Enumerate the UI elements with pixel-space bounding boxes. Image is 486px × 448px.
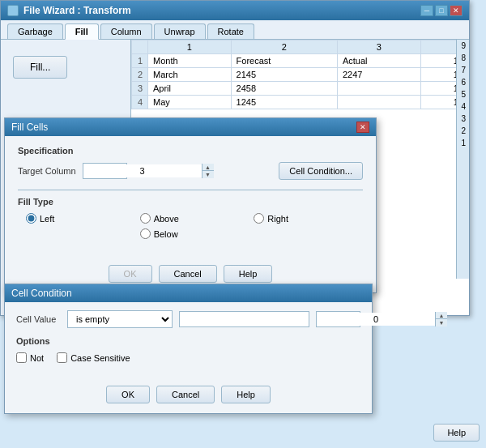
specification-row: Target Column ▲ ▼ Cell Condition... <box>18 162 363 180</box>
row-num-3: 3 <box>132 82 148 96</box>
main-window-title: File Wizard : Transform <box>23 5 131 16</box>
tab-column[interactable]: Column <box>100 23 152 39</box>
tab-rotate[interactable]: Rotate <box>207 23 254 39</box>
case-sensitive-checkbox[interactable] <box>57 352 67 363</box>
radio-item-right: Right <box>254 213 363 224</box>
spinner-down-arrow[interactable]: ▼ <box>202 171 214 178</box>
main-help-button[interactable]: Help <box>433 424 480 442</box>
cell-value-label: Cell Value <box>16 314 61 324</box>
cell-4-2: 1245 <box>231 96 337 109</box>
grid-scroll[interactable]: 1 2 3 1 Month Forecast Actual 13 <box>131 40 469 109</box>
side-num: 6 <box>457 76 469 88</box>
spinner-arrows: ▲ ▼ <box>202 164 214 178</box>
title-controls: ─ □ ✕ <box>420 5 463 16</box>
col-header-2: 2 <box>231 41 337 54</box>
tab-garbage[interactable]: Garbage <box>7 23 63 39</box>
cell-condition-footer: OK Cancel Help <box>5 379 372 413</box>
cc-spinner-arrows: ▲ ▼ <box>435 312 447 326</box>
radio-left-label: Left <box>40 214 54 224</box>
cell-3-3 <box>337 82 420 96</box>
case-sensitive-label: Case Sensitive <box>70 353 130 363</box>
cell-3-1: April <box>148 82 232 96</box>
radio-item-above: Above <box>140 213 249 224</box>
radio-right[interactable] <box>254 213 264 224</box>
tab-bar: Garbage Fill Column Unwrap Rotate <box>1 20 469 40</box>
cell-condition-help-button[interactable]: Help <box>221 386 271 403</box>
cell-1-1: Month <box>148 54 232 68</box>
fill-cells-title-bar: Fill Cells ✕ <box>5 118 376 136</box>
data-grid: 1 2 3 1 Month Forecast Actual 13 <box>131 40 469 109</box>
row-num-4: 4 <box>132 96 148 109</box>
condition-text-input[interactable] <box>179 311 309 327</box>
options-section: Options Not Case Sensitive <box>16 336 360 363</box>
cell-2-1: March <box>148 68 232 82</box>
cell-condition-cancel-button[interactable]: Cancel <box>156 386 215 403</box>
fill-cells-cancel-button[interactable]: Cancel <box>159 265 217 283</box>
side-num: 7 <box>457 64 469 76</box>
cell-3-2: 2458 <box>231 82 337 96</box>
table-row: 2 March 2145 2247 12 <box>132 68 469 82</box>
not-label: Not <box>30 353 44 363</box>
table-row: 1 Month Forecast Actual 13 <box>132 54 469 68</box>
cell-condition-button[interactable]: Cell Condition... <box>279 162 363 180</box>
radio-above-label: Above <box>154 214 179 224</box>
cell-4-1: May <box>148 96 232 109</box>
cc-spinner-down[interactable]: ▼ <box>436 319 447 326</box>
radio-left[interactable] <box>26 213 36 224</box>
row-num-2: 2 <box>132 68 148 82</box>
fill-cells-help-button[interactable]: Help <box>224 265 273 283</box>
cell-2-3: 2247 <box>337 68 420 82</box>
target-column-value[interactable] <box>83 164 202 177</box>
cell-condition-title: Cell Condition <box>11 288 72 299</box>
spinner-up-arrow[interactable]: ▲ <box>202 164 214 171</box>
target-column-spinner: ▲ ▼ <box>83 163 127 179</box>
cell-condition-ok-button[interactable]: OK <box>106 386 150 403</box>
side-num: 1 <box>457 137 469 149</box>
tab-fill[interactable]: Fill <box>65 23 99 40</box>
fill-cells-body: Specification Target Column ▲ ▼ Cell Con… <box>5 136 376 258</box>
table-row: 3 April 2458 11 <box>132 82 469 96</box>
specification-label: Specification <box>18 146 363 156</box>
fill-cells-close-button[interactable]: ✕ <box>356 122 369 133</box>
radio-above[interactable] <box>140 213 151 224</box>
minimize-button[interactable]: ─ <box>420 5 433 16</box>
cell-4-3 <box>337 96 420 109</box>
maximize-button[interactable]: □ <box>435 5 448 16</box>
cell-condition-body: Cell Value is empty is not empty equals … <box>5 302 372 379</box>
col-header-1: 1 <box>148 41 232 54</box>
title-bar: File Wizard : Transform ─ □ ✕ <box>1 1 469 20</box>
side-num: 4 <box>457 100 469 113</box>
tab-unwrap[interactable]: Unwrap <box>154 23 206 39</box>
cc-spinner-value[interactable] <box>317 313 435 326</box>
fill-cells-ok-button[interactable]: OK <box>109 265 152 283</box>
case-sensitive-checkbox-item: Case Sensitive <box>57 352 130 363</box>
side-num: 9 <box>457 40 469 52</box>
radio-below-label: Below <box>154 229 178 239</box>
condition-select[interactable]: is empty is not empty equals not equals … <box>67 310 173 328</box>
title-bar-left: File Wizard : Transform <box>7 5 131 16</box>
fill-cells-dialog: Fill Cells ✕ Specification Target Column… <box>4 117 377 293</box>
col-header-rownum <box>132 41 148 54</box>
side-num: 3 <box>457 113 469 125</box>
radio-right-label: Right <box>267 214 288 224</box>
table-row: 4 May 1245 10 <box>132 96 469 109</box>
close-button[interactable]: ✕ <box>450 5 463 16</box>
fill-type-label: Fill Type <box>18 197 363 207</box>
col-header-3: 3 <box>337 41 420 54</box>
divider <box>18 190 363 190</box>
side-num: 2 <box>457 125 469 137</box>
not-checkbox[interactable] <box>16 352 27 363</box>
options-label: Options <box>16 336 360 346</box>
fill-button[interactable]: Fill... <box>13 56 67 79</box>
side-num: 8 <box>457 52 469 64</box>
cell-1-2: Forecast <box>231 54 337 68</box>
cc-spinner-up[interactable]: ▲ <box>436 312 447 319</box>
cell-condition-title-bar: Cell Condition <box>5 284 372 302</box>
cell-value-row: Cell Value is empty is not empty equals … <box>16 310 360 328</box>
radio-below[interactable] <box>140 228 151 239</box>
radio-item-below: Below <box>140 228 249 239</box>
radio-item-left: Left <box>26 213 135 224</box>
cell-2-2: 2145 <box>231 68 337 82</box>
target-column-label: Target Column <box>18 166 76 176</box>
row-num-1: 1 <box>132 54 148 68</box>
